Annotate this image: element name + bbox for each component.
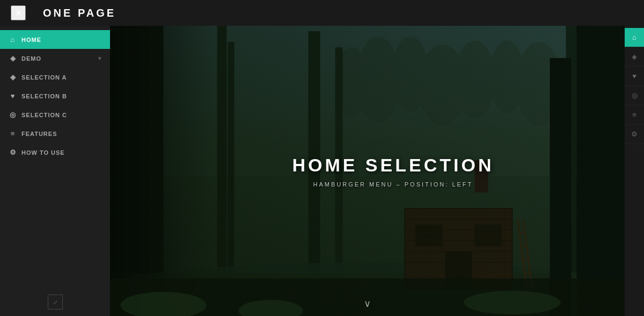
- right-tool-list[interactable]: ≡: [625, 105, 644, 125]
- svg-point-9: [517, 42, 562, 126]
- svg-point-49: [239, 300, 303, 316]
- right-tool-layers[interactable]: ◈: [625, 47, 644, 67]
- svg-rect-16: [593, 37, 604, 316]
- how-to-use-icon: ⚙: [9, 148, 17, 156]
- forest-background: HOME SELECTION HAMBURGER MENU – POSITION…: [110, 26, 625, 316]
- expand-button[interactable]: ⤢: [48, 295, 63, 310]
- sidebar-item-label-selection-b: SELECTION B: [21, 93, 67, 99]
- sidebar-item-label-selection-c: SELECTION C: [21, 112, 67, 118]
- svg-point-50: [464, 291, 561, 314]
- scroll-indicator: ∨: [364, 298, 371, 310]
- sidebar-item-home[interactable]: ⌂ HOME: [0, 30, 110, 49]
- sidebar-item-label-home: HOME: [21, 37, 41, 43]
- svg-rect-47: [110, 278, 625, 316]
- svg-rect-20: [140, 26, 143, 316]
- sidebar-item-selection-c[interactable]: ◎ SELECTION C: [0, 105, 110, 124]
- selection-c-icon: ◎: [9, 111, 17, 119]
- right-tool-circle[interactable]: ◎: [625, 86, 644, 105]
- main-area: ⌂ HOME ◈ DEMO ▾ ◈ SELECTION A ♥ SELECTIO…: [0, 26, 644, 316]
- svg-line-38: [523, 219, 534, 300]
- svg-line-37: [518, 219, 529, 300]
- chevron-down-icon: ▾: [98, 55, 101, 61]
- hero-text-block: HOME SELECTION HAMBURGER MENU – POSITION…: [292, 155, 494, 188]
- right-tool-gear[interactable]: ⚙: [625, 125, 644, 144]
- svg-rect-21: [150, 26, 152, 316]
- selection-b-icon: ♥: [9, 92, 17, 100]
- svg-rect-35: [475, 225, 502, 246]
- svg-rect-17: [110, 26, 164, 316]
- sidebar-item-how-to-use[interactable]: ⚙ HOW TO USE: [0, 143, 110, 162]
- svg-point-7: [455, 41, 495, 118]
- hero-subtitle: HAMBURGER MENU – POSITION: LEFT: [292, 181, 494, 188]
- svg-point-4: [392, 37, 429, 112]
- svg-point-6: [335, 47, 368, 117]
- right-tool-home[interactable]: ⌂: [625, 28, 644, 47]
- svg-rect-10: [110, 26, 148, 316]
- svg-rect-24: [405, 209, 513, 289]
- right-layers-icon: ◈: [632, 53, 637, 61]
- sidebar-item-selection-a[interactable]: ◈ SELECTION A: [0, 68, 110, 87]
- right-circle-icon: ◎: [632, 91, 638, 99]
- chevron-down-scroll-icon: ∨: [364, 298, 371, 309]
- sidebar-item-label-how-to-use: HOW TO USE: [21, 149, 65, 156]
- svg-rect-1: [110, 26, 625, 176]
- sidebar-nav: ⌂ HOME ◈ DEMO ▾ ◈ SELECTION A ♥ SELECTIO…: [0, 26, 110, 288]
- sidebar: ⌂ HOME ◈ DEMO ▾ ◈ SELECTION A ♥ SELECTIO…: [0, 26, 110, 316]
- svg-point-3: [357, 37, 400, 123]
- svg-rect-45: [550, 58, 572, 316]
- svg-point-5: [419, 45, 467, 125]
- header-title: ONE PAGE: [43, 7, 116, 19]
- right-gear-icon: ⚙: [631, 130, 638, 138]
- svg-rect-23: [110, 273, 625, 316]
- right-list-icon: ≡: [632, 111, 636, 119]
- home-icon: ⌂: [9, 35, 17, 44]
- sidebar-item-label-features: FEATURES: [21, 131, 57, 137]
- header-bar: ✕ ONE PAGE: [0, 0, 644, 26]
- svg-point-48: [121, 292, 207, 316]
- sidebar-item-label-selection-a: SELECTION A: [21, 74, 67, 81]
- hero-title: HOME SELECTION: [292, 155, 494, 176]
- sidebar-item-features[interactable]: ≡ FEATURES: [0, 124, 110, 143]
- features-icon: ≡: [9, 130, 17, 138]
- svg-rect-12: [228, 42, 235, 316]
- svg-rect-11: [217, 26, 227, 316]
- svg-rect-44: [577, 26, 625, 316]
- svg-point-8: [490, 40, 524, 113]
- svg-rect-19: [126, 26, 129, 316]
- demo-icon: ◈: [9, 54, 17, 62]
- right-toolbar: ⌂ ◈ ♥ ◎ ≡ ⚙: [625, 26, 644, 316]
- right-heart-icon: ♥: [632, 72, 636, 80]
- expand-icon: ⤢: [53, 299, 57, 305]
- sidebar-item-label-demo: DEMO: [21, 55, 41, 62]
- preview-area: HOME SELECTION HAMBURGER MENU – POSITION…: [110, 26, 625, 316]
- right-tool-heart[interactable]: ♥: [625, 67, 644, 86]
- header-close-button[interactable]: ✕: [11, 5, 26, 20]
- sidebar-bottom: ⤢: [0, 288, 110, 316]
- sidebar-item-selection-b[interactable]: ♥ SELECTION B: [0, 87, 110, 105]
- right-home-icon: ⌂: [632, 33, 636, 41]
- svg-rect-18: [115, 26, 120, 316]
- selection-a-icon: ◈: [9, 73, 17, 81]
- sidebar-item-demo[interactable]: ◈ DEMO ▾: [0, 49, 110, 68]
- svg-rect-32: [416, 225, 443, 246]
- svg-rect-15: [566, 26, 582, 316]
- svg-rect-36: [445, 252, 472, 289]
